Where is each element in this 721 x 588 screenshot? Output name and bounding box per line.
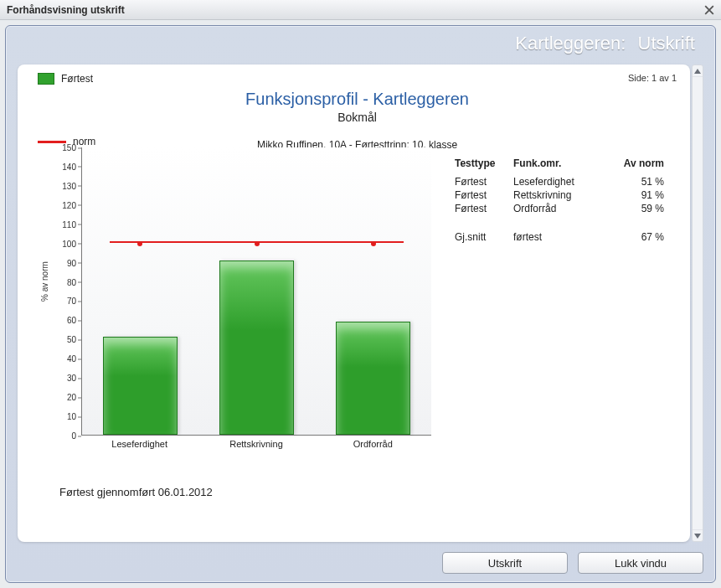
th-testtype: Testtype bbox=[455, 157, 513, 169]
y-tick: 50 bbox=[38, 335, 76, 344]
y-tick: 60 bbox=[38, 316, 76, 325]
norm-line bbox=[110, 241, 403, 243]
doc-subtitle: Bokmål bbox=[38, 111, 677, 124]
y-tick: 120 bbox=[38, 200, 76, 209]
chart-plot-area bbox=[81, 147, 431, 436]
bar bbox=[336, 322, 410, 435]
th-funkomr: Funk.omr. bbox=[513, 157, 605, 169]
x-label: Rettskrivning bbox=[198, 439, 314, 454]
y-tick: 70 bbox=[38, 297, 76, 306]
panel: Kartleggeren: Utskrift Side: 1 av 1 Ført… bbox=[5, 25, 716, 583]
table-row-average: Gj.snitt førtest 67 % bbox=[455, 231, 672, 243]
window-title: Forhåndsvisning utskrift bbox=[7, 4, 125, 16]
th-avnorm: Av norm bbox=[605, 157, 664, 169]
summary-table: Testtype Funk.omr. Av norm Førtest Lesef… bbox=[455, 157, 672, 461]
y-tick: 10 bbox=[38, 412, 76, 421]
y-tick: 80 bbox=[38, 277, 76, 286]
y-tick: 20 bbox=[38, 393, 76, 402]
y-tick: 150 bbox=[38, 143, 76, 152]
y-tick: 0 bbox=[38, 431, 76, 441]
bar bbox=[103, 337, 178, 435]
y-tick: 40 bbox=[38, 354, 76, 364]
table-row: Førtest Rettskrivning 91 % bbox=[455, 189, 672, 201]
y-tick: 100 bbox=[38, 239, 76, 248]
bar-chart: % av norm 010203040506070809010011012013… bbox=[38, 142, 440, 461]
bar bbox=[219, 260, 294, 435]
table-row: Førtest Leseferdighet 51 % bbox=[455, 176, 672, 188]
y-tick: 30 bbox=[38, 374, 76, 383]
x-label: Leseferdighet bbox=[81, 439, 198, 454]
legend: Førtest bbox=[38, 73, 677, 85]
panel-header: Kartleggeren: Utskrift bbox=[6, 26, 715, 58]
legend-swatch-fortest bbox=[38, 73, 54, 85]
close-icon[interactable] bbox=[703, 3, 716, 17]
footnote: Førtest gjennomført 06.01.2012 bbox=[59, 486, 677, 498]
scroll-down-icon[interactable] bbox=[693, 529, 703, 541]
legend-label-fortest: Førtest bbox=[61, 73, 93, 85]
table-row: Førtest Ordforråd 59 % bbox=[455, 203, 672, 214]
close-window-button[interactable]: Lukk vindu bbox=[578, 552, 703, 574]
print-preview-page: Side: 1 av 1 Førtest Funksjonsprofil - K… bbox=[18, 64, 690, 542]
footer-buttons: Utskrift Lukk vindu bbox=[442, 552, 703, 574]
y-tick: 130 bbox=[38, 181, 76, 190]
scroll-up-icon[interactable] bbox=[693, 65, 703, 77]
y-tick: 90 bbox=[38, 258, 76, 267]
header-label: Kartleggeren: bbox=[515, 33, 626, 54]
norm-point bbox=[255, 241, 260, 246]
norm-point bbox=[137, 241, 142, 246]
print-button[interactable]: Utskrift bbox=[442, 552, 568, 574]
norm-point bbox=[371, 241, 376, 246]
x-label: Ordforråd bbox=[315, 439, 431, 454]
titlebar: Forhåndsvisning utskrift bbox=[0, 0, 721, 20]
y-tick: 140 bbox=[38, 162, 76, 171]
window-body: Kartleggeren: Utskrift Side: 1 av 1 Ført… bbox=[0, 20, 721, 588]
doc-title: Funksjonsprofil - Kartleggeren bbox=[38, 90, 677, 109]
y-tick: 110 bbox=[38, 219, 76, 229]
header-value: Utskrift bbox=[638, 33, 695, 54]
scrollbar-vertical[interactable] bbox=[692, 64, 703, 542]
